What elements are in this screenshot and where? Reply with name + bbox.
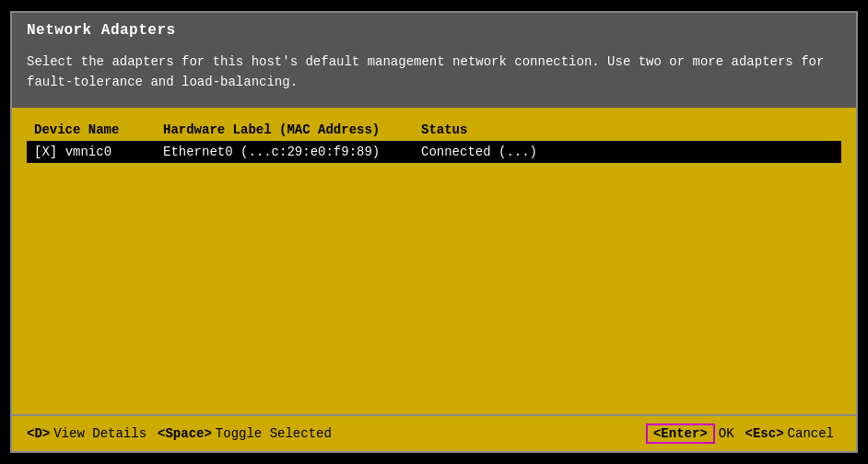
row-status: Connected (...) xyxy=(421,145,605,159)
window-title: Network Adapters xyxy=(12,13,856,48)
footer-enter[interactable]: <Enter> OK xyxy=(646,423,734,444)
col-header-status: Status xyxy=(421,122,605,137)
window-description: Select the adapters for this host's defa… xyxy=(12,48,856,108)
footer-toggle: <Space> Toggle Selected xyxy=(158,426,332,441)
space-key: <Space> xyxy=(158,426,212,441)
row-hardware: Ethernet0 (...c:29:e0:f9:89) xyxy=(163,145,421,159)
cancel-label: Cancel xyxy=(788,426,834,441)
d-key: <D> xyxy=(27,426,50,441)
footer-cancel: <Esc> Cancel xyxy=(745,426,834,441)
row-checkbox-device: [X] vmnic0 xyxy=(34,145,163,159)
footer-bar: <D> View Details <Space> Toggle Selected… xyxy=(12,414,856,451)
ok-label: OK xyxy=(719,426,734,441)
col-header-device: Device Name xyxy=(34,122,163,137)
esc-key: <Esc> xyxy=(745,426,784,441)
space-label: Toggle Selected xyxy=(216,426,332,441)
footer-details: <D> View Details xyxy=(27,426,147,441)
table-header: Device Name Hardware Label (MAC Address)… xyxy=(27,119,841,141)
col-header-hardware: Hardware Label (MAC Address) xyxy=(163,122,421,137)
content-area: Device Name Hardware Label (MAC Address)… xyxy=(12,108,856,414)
table-row[interactable]: [X] vmnic0 Ethernet0 (...c:29:e0:f9:89) … xyxy=(27,141,841,163)
d-label: View Details xyxy=(53,426,147,441)
network-adapters-window: Network Adapters Select the adapters for… xyxy=(10,11,858,453)
table-empty-space xyxy=(27,163,841,414)
enter-key[interactable]: <Enter> xyxy=(646,423,715,444)
